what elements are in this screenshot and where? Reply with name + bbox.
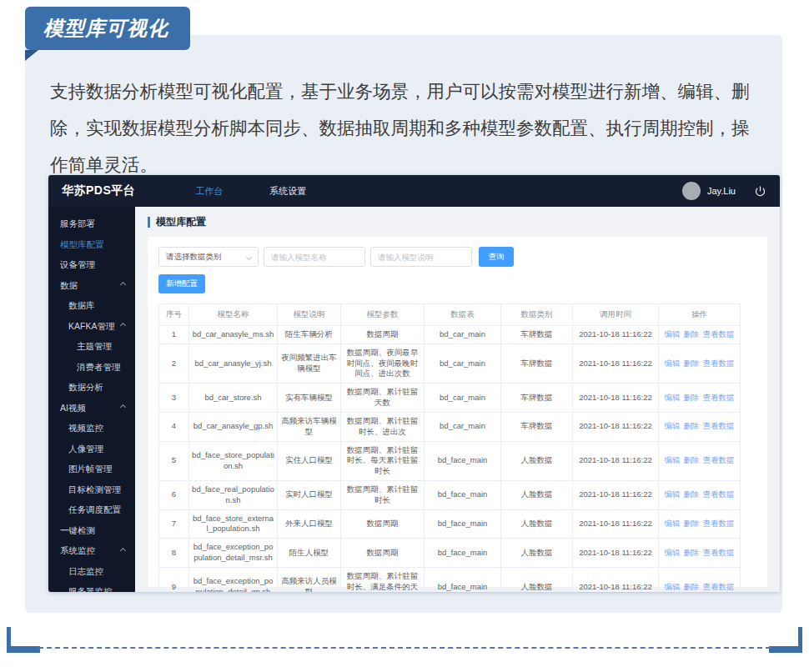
delete-link[interactable]: 删除 [684,455,700,464]
table-cell: 数据周期、累计驻留时长、进出次 [341,412,425,441]
search-button[interactable]: 查询 [479,247,514,267]
sidebar-item[interactable]: 一键检测 [48,520,135,541]
table-actions-cell: 编辑删除查看数据 [659,344,741,383]
table-cell: bd_face_main [425,441,501,480]
sidebar-item[interactable]: 设备管理 [48,254,135,275]
table-header-row: 序号模型名称模型说明模型参数数据表数据类别调用时间操作 [159,304,741,326]
sidebar-item[interactable]: 日志监控 [48,561,135,582]
app-body: 服务部署模型库配置设备管理数据数据库KAFKA管理主题管理消费者管理数据分析AI… [48,207,780,592]
delete-link[interactable]: 删除 [684,582,700,591]
sidebar-item-label: KAFKA管理 [68,316,114,337]
top-nav-item[interactable]: 系统设置 [269,185,306,198]
sidebar-item[interactable]: 模型库配置 [48,234,135,255]
delete-link[interactable]: 删除 [684,519,700,528]
table-cell: bd_car_main [425,384,501,413]
table-cell: 数据周期、累计驻留时长 [341,480,425,509]
table-actions-cell: 编辑删除查看数据 [659,539,741,568]
chevron-up-icon [120,548,126,554]
delete-link[interactable]: 删除 [684,548,700,557]
table-cell: bd_face_main [425,567,501,592]
edit-link[interactable]: 编辑 [665,329,681,339]
model-name-input[interactable] [264,247,365,267]
bottom-dashed-line [38,647,771,649]
sidebar-item[interactable]: 图片帧管理 [48,459,135,479]
view-data-link[interactable]: 查看数据 [703,421,735,430]
chevron-up-icon [120,282,126,288]
edit-link[interactable]: 编辑 [665,548,681,557]
category-select[interactable]: 请选择数据类别 [158,247,259,267]
edit-link[interactable]: 编辑 [665,455,681,464]
model-desc-input[interactable] [370,247,472,267]
delete-link[interactable]: 删除 [684,329,700,339]
sidebar-item-label: 数据 [60,275,78,296]
page-title: 模型库配置 [148,215,767,229]
table-actions-cell: 编辑删除查看数据 [659,480,741,509]
edit-link[interactable]: 编辑 [665,519,681,528]
sidebar-item[interactable]: 系统监控 [48,540,135,561]
bottom-right-bracket [769,627,802,653]
sidebar-item[interactable]: 任务调度配置 [48,499,135,520]
top-nav-item[interactable]: 工作台 [195,185,223,198]
power-icon[interactable] [754,185,766,198]
view-data-link[interactable]: 查看数据 [703,393,735,402]
avatar[interactable] [682,182,701,200]
view-data-link[interactable]: 查看数据 [703,582,735,591]
sidebar-item[interactable]: 主题管理 [48,336,135,357]
delete-link[interactable]: 删除 [684,359,700,368]
table-cell: 高频来访人员模型 [278,567,341,592]
edit-link[interactable]: 编辑 [665,421,681,430]
delete-link[interactable]: 删除 [684,421,700,430]
view-data-link[interactable]: 查看数据 [703,489,735,499]
app-screenshot: 华苏PDS平台 工作台系统设置 Jay.Liu 服务部署模型库配置设备管理数据数… [48,175,780,592]
view-data-link[interactable]: 查看数据 [703,519,735,528]
table-cell: 陌生人模型 [278,539,341,568]
table-header-cell: 模型说明 [278,304,341,326]
top-nav: 工作台系统设置 [195,185,306,198]
table-actions-cell: 编辑删除查看数据 [659,384,741,413]
sidebar-item[interactable]: 数据分析 [48,377,135,398]
view-data-link[interactable]: 查看数据 [703,548,735,557]
sidebar-item-label: 设备管理 [60,254,95,275]
sidebar-item[interactable]: 人像管理 [48,439,135,459]
view-data-link[interactable]: 查看数据 [703,329,735,339]
user-name: Jay.Liu [707,186,736,196]
edit-link[interactable]: 编辑 [665,582,681,591]
sidebar-item[interactable]: 服务部署 [48,213,135,234]
table-cell: 2021-10-18 11:16:22 [573,567,659,592]
user-area: Jay.Liu [682,182,766,200]
sidebar-item[interactable]: 目标检测管理 [48,479,135,500]
edit-link[interactable]: 编辑 [665,489,681,499]
edit-link[interactable]: 编辑 [665,359,681,368]
table-cell: bd_face_real_population.sh [189,480,278,509]
sidebar-item[interactable]: 服务器监控 [48,581,135,592]
table-row: 8bd_face_exception_population_detail_msr… [159,539,741,568]
table-cell: bd_face_exception_population_detail_gp.s… [189,567,278,592]
description-text: 支持数据分析模型可视化配置，基于业务场景，用户可以按需对模型进行新增、编辑、删除… [25,35,782,183]
sidebar-item[interactable]: 数据库 [48,295,135,316]
banner-ribbon: 模型库可视化 [25,7,190,50]
sidebar-item[interactable]: 数据 [48,275,135,296]
table-cell: 4 [159,412,189,441]
table-cell: 2021-10-18 11:16:22 [573,441,659,480]
view-data-link[interactable]: 查看数据 [703,455,735,464]
delete-link[interactable]: 删除 [684,489,700,499]
sidebar-item[interactable]: AI视频 [48,398,135,419]
delete-link[interactable]: 删除 [684,393,700,402]
table-row: 6bd_face_real_population.sh实时人口模型数据周期、累计… [159,480,741,509]
table-cell: 车牌数据 [501,344,573,383]
table-cell: 数据周期、夜间最早时间点、夜间最晚时间点、进出次数 [341,344,425,383]
sidebar-item[interactable]: 消费者管理 [48,357,135,378]
table-actions-cell: 编辑删除查看数据 [659,441,741,480]
view-data-link[interactable]: 查看数据 [703,359,735,368]
table-cell: bd_car_anasyle_yj.sh [189,344,278,383]
sidebar-item[interactable]: 视频监控 [48,418,135,439]
table-header-cell: 序号 [159,304,189,326]
sidebar-item-label: 消费者管理 [77,357,121,378]
content-card: 请选择数据类别 查询 新增配置 序号模型名称模型说明模型参数数据 [148,237,767,587]
table-cell: 实住人口模型 [278,441,341,480]
sidebar-item[interactable]: KAFKA管理 [48,316,135,337]
add-config-button[interactable]: 新增配置 [158,274,205,293]
sidebar-item-label: 主题管理 [77,336,112,357]
edit-link[interactable]: 编辑 [665,393,681,402]
table-cell: 2021-10-18 11:16:22 [573,326,659,344]
